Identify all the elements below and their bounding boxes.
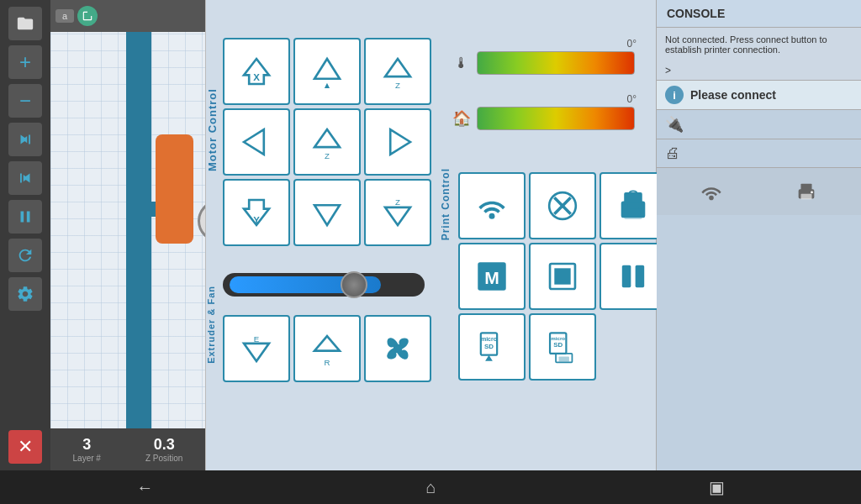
svg-text:micro: micro	[551, 335, 565, 341]
controls-container: Motor Control X ▲ Z	[206, 0, 656, 470]
printer-stand-icon: 🖨	[665, 144, 680, 162]
svg-rect-24	[625, 209, 641, 218]
y-right-button[interactable]	[364, 108, 431, 176]
y-home-button[interactable]: Y	[223, 179, 290, 246]
refresh-button[interactable]	[8, 239, 42, 272]
main-container: + − ✕ a	[0, 0, 861, 470]
retract-button[interactable]: R	[293, 315, 361, 382]
svg-text:SD: SD	[484, 343, 494, 350]
canvas-status-bar: 3 Layer # 0.3 Z Position	[50, 428, 205, 470]
slider-thumb[interactable]	[341, 271, 367, 298]
svg-marker-4	[385, 59, 410, 76]
svg-marker-6	[244, 129, 264, 155]
print-control-grid: M micro	[458, 172, 667, 381]
close-button[interactable]: ✕	[8, 430, 42, 464]
extruder-temp-icon: 🌡	[450, 51, 473, 75]
svg-text:M: M	[484, 268, 499, 287]
slider-track[interactable]	[223, 273, 425, 297]
wifi-button[interactable]	[458, 172, 526, 239]
console-not-connected-msg: Not connected. Press connect button to e…	[657, 28, 861, 61]
bed-temp-icon: 🏠	[450, 107, 473, 130]
layer-label: Layer #	[73, 454, 101, 463]
extruder-temp-label: 0°	[477, 38, 637, 50]
settings-button[interactable]	[8, 277, 42, 311]
layer-status: 3 Layer #	[73, 436, 101, 463]
x-home-button[interactable]: X	[223, 38, 290, 105]
svg-marker-13	[385, 207, 410, 225]
console-header: CONSOLE	[657, 0, 861, 28]
z-top-button[interactable]: Z	[364, 38, 431, 105]
z-center-button[interactable]: Z	[293, 108, 361, 176]
minus-button[interactable]: −	[8, 84, 42, 118]
canvas-area: a 3 Layer # 0.3 Z Position	[50, 0, 206, 470]
bed-temp-bar	[477, 107, 635, 130]
svg-marker-9	[390, 129, 410, 155]
svg-text:Y: Y	[253, 215, 260, 225]
console-please-connect: i Please connect	[657, 80, 861, 109]
back-button[interactable]: ←	[136, 478, 153, 497]
motor-control-label: Motor Control	[206, 34, 219, 227]
svg-rect-42	[801, 194, 812, 200]
bed-temp-wrapper: 0° 🏠	[450, 93, 635, 130]
folder-button[interactable]	[8, 7, 42, 40]
extruder-temp-bar	[477, 51, 635, 75]
z-position-status: 0.3 Z Position	[145, 436, 182, 463]
bed-temp-label: 0°	[477, 93, 637, 105]
svg-text:Z: Z	[395, 81, 400, 90]
svg-marker-12	[314, 205, 340, 225]
svg-rect-29	[554, 268, 570, 284]
skip-forward-button[interactable]	[8, 123, 42, 156]
svg-text:▲: ▲	[323, 80, 331, 90]
svg-marker-7	[314, 129, 340, 147]
svg-text:X: X	[253, 72, 260, 82]
z-down-button[interactable]	[293, 179, 361, 246]
layer-number: 3	[73, 436, 101, 454]
svg-marker-17	[314, 336, 340, 351]
add-button[interactable]: +	[8, 45, 42, 79]
cancel-print-button[interactable]	[529, 172, 596, 239]
svg-text:micro: micro	[481, 336, 498, 342]
z-bot-button[interactable]: Z	[364, 179, 431, 246]
svg-text:SD: SD	[553, 341, 563, 349]
extruder-fan-label: Extruder & Fan	[206, 286, 216, 364]
svg-marker-2	[314, 59, 340, 79]
console-wifi-icon[interactable]	[695, 175, 728, 208]
svg-rect-40	[559, 356, 569, 361]
active-tab-indicator	[77, 6, 98, 26]
console-arrow: >	[657, 61, 861, 80]
macro-m-button[interactable]: M	[458, 243, 526, 310]
z-up-button[interactable]: ▲	[293, 38, 361, 105]
please-connect-text: Please connect	[690, 88, 776, 102]
z-position-label: Z Position	[145, 454, 182, 463]
recent-apps-button[interactable]: ▣	[709, 477, 725, 497]
stop-button[interactable]	[529, 243, 596, 310]
svg-marker-15	[244, 344, 269, 361]
print-control-label: Print Control	[440, 168, 452, 240]
svg-rect-25	[625, 193, 641, 203]
sd-print-button[interactable]: micro SD	[458, 313, 526, 381]
console-body: Not connected. Press connect button to e…	[657, 28, 861, 470]
svg-rect-31	[636, 265, 645, 287]
info-icon: i	[665, 86, 684, 104]
print-object	[156, 134, 193, 244]
extruder-down-button[interactable]: E	[223, 315, 290, 382]
sd-upload-button[interactable]: micro SD	[529, 313, 596, 381]
left-sidebar: + − ✕	[0, 0, 50, 470]
temperature-section: 0° 🌡 0° 🏠	[450, 38, 635, 149]
fan-button[interactable]	[364, 315, 431, 382]
console-printer-icon[interactable]	[790, 175, 823, 208]
console-usb-row: 🔌	[657, 109, 861, 139]
tab-item[interactable]: a	[55, 9, 74, 23]
y-left-button[interactable]	[223, 108, 290, 176]
console-bottom-icons	[657, 167, 861, 215]
svg-rect-43	[801, 184, 812, 191]
svg-text:E: E	[254, 334, 260, 344]
svg-point-44	[811, 192, 813, 194]
z-axis-bar	[126, 0, 151, 470]
extruder-slider[interactable]	[223, 273, 433, 297]
console-printer-row: 🖨	[657, 139, 861, 167]
pause-button[interactable]	[8, 200, 42, 234]
svg-text:Z: Z	[395, 197, 400, 207]
skip-back-button[interactable]	[8, 161, 42, 195]
home-button[interactable]: ⌂	[425, 478, 436, 497]
